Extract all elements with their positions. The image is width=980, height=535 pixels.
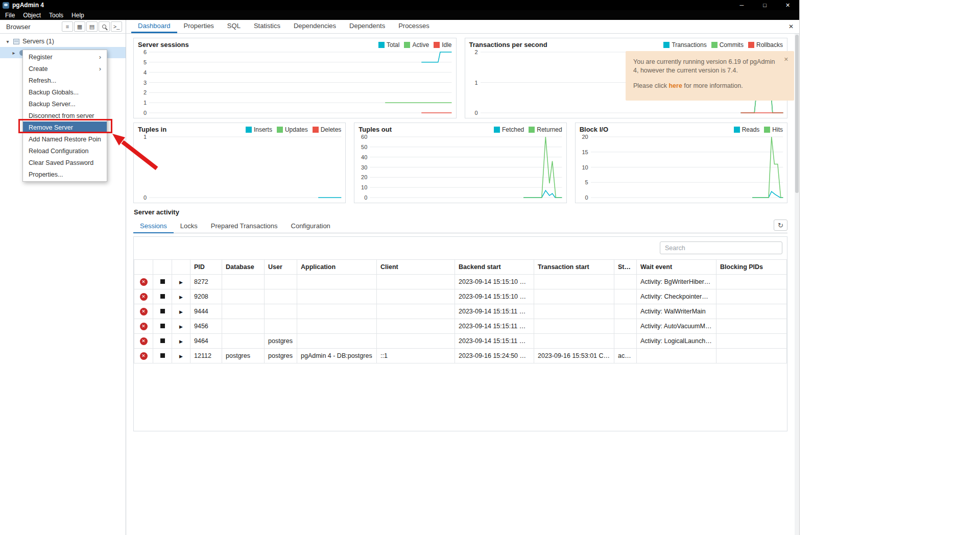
- column-header-backend-start[interactable]: Backend start: [455, 260, 534, 275]
- terminate-session-icon[interactable]: [160, 294, 165, 299]
- sessions-table: PIDDatabaseUserApplicationClientBackend …: [134, 259, 787, 363]
- context-menu-item-backup-globals[interactable]: Backup Globals...: [23, 86, 107, 98]
- tuples-out-chart: Tuples outFetchedReturned0102030405060: [354, 123, 566, 203]
- chart-header: Tuples outFetchedReturned: [354, 123, 566, 134]
- cancel-query-icon[interactable]: ✕: [140, 278, 148, 286]
- activity-tab-prepared-transactions[interactable]: Prepared Transactions: [204, 219, 284, 233]
- tab-dependencies[interactable]: Dependencies: [287, 20, 343, 33]
- hits-swatch-icon: [764, 127, 770, 133]
- column-header-client[interactable]: Client: [377, 260, 455, 275]
- activity-tab-sessions[interactable]: Sessions: [133, 219, 174, 233]
- column-header-pid[interactable]: PID: [190, 260, 222, 275]
- context-menu-item-remove-server[interactable]: Remove Server: [23, 121, 107, 133]
- cancel-query-icon[interactable]: ✕: [140, 337, 148, 345]
- grid-icon[interactable]: ▦: [74, 21, 85, 32]
- expand-row-icon[interactable]: ▶: [179, 339, 183, 344]
- activity-tab-locks[interactable]: Locks: [174, 219, 204, 233]
- legend-label: Idle: [442, 41, 451, 48]
- terminal-icon[interactable]: >_: [111, 21, 122, 32]
- expand-row-icon[interactable]: ▶: [179, 280, 183, 285]
- context-menu-item-create[interactable]: Create›: [23, 63, 107, 75]
- cancel-query-icon[interactable]: ✕: [140, 308, 148, 315]
- tab-dependents[interactable]: Dependents: [343, 20, 392, 33]
- total-swatch-icon: [378, 42, 385, 48]
- terminate-session-icon[interactable]: [160, 338, 165, 343]
- cancel-column-header[interactable]: [134, 260, 153, 275]
- legend-hits: Hits: [764, 126, 783, 133]
- panel-close-icon[interactable]: ✕: [783, 20, 799, 33]
- column-header-user[interactable]: User: [265, 260, 297, 275]
- chevron-down-icon[interactable]: ▾: [4, 39, 11, 44]
- close-button[interactable]: ✕: [776, 0, 799, 10]
- chevron-right-icon[interactable]: ▸: [10, 50, 17, 56]
- filter-grid-icon[interactable]: ▤: [86, 21, 98, 32]
- column-header-state[interactable]: State: [614, 260, 637, 275]
- menu-help[interactable]: Help: [67, 12, 88, 19]
- chart-plot-area: [591, 137, 783, 198]
- column-header-database[interactable]: Database: [222, 260, 265, 275]
- context-menu-item-register[interactable]: Register›: [23, 51, 107, 63]
- refresh-button[interactable]: ↻: [774, 220, 787, 231]
- tab-dashboard[interactable]: Dashboard: [131, 20, 177, 33]
- cell-backend-start: 2023-09-14 15:15:11 CST: [455, 319, 534, 334]
- session-row: ✕▶9464postgres2023-09-14 15:15:11 CSTAct…: [134, 334, 787, 349]
- context-menu-item-properties[interactable]: Properties...: [23, 168, 107, 180]
- terminate-session-icon[interactable]: [160, 324, 165, 328]
- tab-sql[interactable]: SQL: [221, 20, 247, 33]
- terminate-session-icon[interactable]: [160, 353, 165, 358]
- titlebar: pgAdmin 4 ─ □ ✕: [0, 0, 799, 10]
- y-tick-label: 0: [144, 194, 147, 201]
- tuples-in-chart: Tuples inInsertsUpdatesDeletes01: [133, 123, 346, 203]
- here-link[interactable]: here: [668, 82, 682, 89]
- context-menu-item-add-named-restore-point[interactable]: Add Named Restore Point...: [23, 133, 107, 145]
- context-menu-item-refresh[interactable]: Refresh...: [23, 75, 107, 86]
- cancel-query-icon[interactable]: ✕: [140, 323, 148, 330]
- menu-object[interactable]: Object: [19, 12, 45, 19]
- menu-tools[interactable]: Tools: [45, 12, 67, 19]
- context-menu-item-reload-configuration[interactable]: Reload Configuration: [23, 145, 107, 157]
- context-menu-item-disconnect-from-server[interactable]: Disconnect from server: [23, 110, 107, 121]
- terminate-column-header[interactable]: [153, 260, 172, 275]
- activity-tab-configuration[interactable]: Configuration: [284, 219, 337, 233]
- scrollbar-thumb[interactable]: [795, 35, 799, 193]
- tree-item-servers[interactable]: ▾ Servers (1): [0, 36, 126, 47]
- y-axis-labels: 0123456: [135, 52, 149, 113]
- legend-label: Reads: [742, 126, 760, 133]
- cell-backend-start: 2023-09-14 15:15:11 CST: [455, 334, 534, 349]
- expand-row-icon[interactable]: ▶: [179, 324, 183, 329]
- tab-processes[interactable]: Processes: [392, 20, 436, 33]
- toast-close-icon[interactable]: ✕: [784, 56, 788, 63]
- expand-column-header[interactable]: [172, 260, 190, 275]
- fetched-swatch-icon: [494, 127, 500, 133]
- maximize-button[interactable]: □: [753, 0, 776, 10]
- context-menu-item-backup-server[interactable]: Backup Server...: [23, 98, 107, 110]
- column-header-transaction-start[interactable]: Transaction start: [534, 260, 614, 275]
- cell-state: [614, 304, 637, 319]
- terminate-session-icon[interactable]: [160, 309, 165, 313]
- column-header-application[interactable]: Application: [297, 260, 377, 275]
- cancel-query-icon[interactable]: ✕: [140, 293, 148, 301]
- cell-backend-start: 2023-09-14 15:15:10 CST: [455, 289, 534, 304]
- tab-statistics[interactable]: Statistics: [247, 20, 287, 33]
- search-icon[interactable]: [99, 21, 110, 32]
- column-header-wait-event[interactable]: Wait event: [637, 260, 716, 275]
- chart-legend: InsertsUpdatesDeletes: [246, 126, 341, 133]
- tab-properties[interactable]: Properties: [177, 20, 221, 33]
- vertical-scrollbar[interactable]: [795, 34, 799, 535]
- column-header-blocking-pids[interactable]: Blocking PIDs: [716, 260, 787, 275]
- cancel-cell: ✕: [134, 275, 153, 289]
- cell-application: [297, 304, 377, 319]
- cancel-query-icon[interactable]: ✕: [140, 352, 148, 360]
- y-tick-label: 20: [361, 174, 367, 180]
- object-explorer-icon[interactable]: ≡: [62, 21, 73, 32]
- search-input[interactable]: [660, 241, 782, 254]
- expand-row-icon[interactable]: ▶: [179, 354, 183, 359]
- expand-row-icon[interactable]: ▶: [179, 309, 183, 314]
- minimize-button[interactable]: ─: [730, 0, 753, 10]
- context-menu-item-clear-saved-password[interactable]: Clear Saved Password: [23, 157, 107, 168]
- terminate-session-icon[interactable]: [160, 279, 165, 284]
- context-menu-item-label: Clear Saved Password: [29, 159, 101, 166]
- expand-row-icon[interactable]: ▶: [179, 295, 183, 300]
- menu-file[interactable]: File: [1, 12, 19, 19]
- servers-group-icon: [13, 39, 19, 44]
